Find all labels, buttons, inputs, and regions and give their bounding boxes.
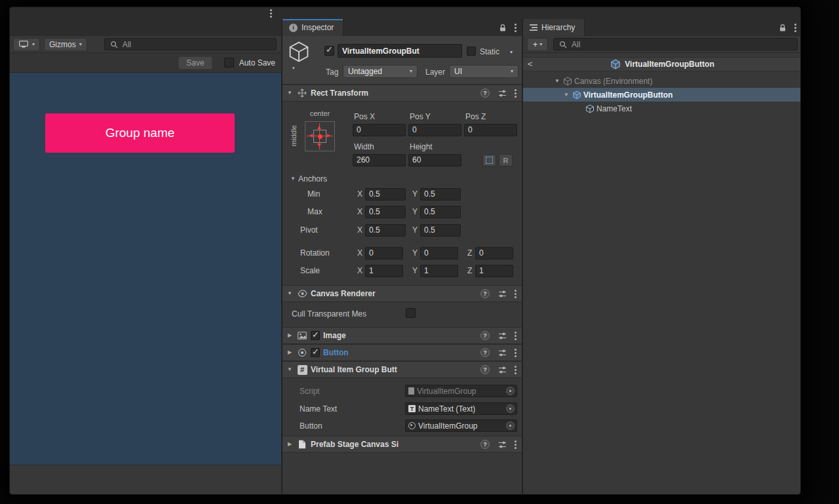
axis-z-label: Z bbox=[467, 248, 472, 258]
document-icon bbox=[297, 440, 307, 449]
prefab-cube-icon bbox=[572, 90, 581, 100]
component-menu-icon[interactable] bbox=[515, 335, 517, 337]
anchor-min-x-field[interactable]: 0.5 bbox=[365, 188, 406, 201]
foldout-closed-icon[interactable] bbox=[286, 350, 294, 355]
prefab-header-bar[interactable]: VirtualItemGroupButton bbox=[523, 57, 801, 71]
create-object-button[interactable]: + bbox=[527, 38, 548, 51]
presets-icon[interactable] bbox=[497, 290, 507, 298]
help-icon[interactable] bbox=[480, 440, 490, 449]
gameobject-name-field[interactable]: VirtualItemGroupBut bbox=[338, 44, 462, 58]
scene-viewport[interactable]: Group name bbox=[10, 73, 281, 465]
draw-mode-dropdown[interactable] bbox=[13, 38, 40, 51]
inspector-menu-icon[interactable] bbox=[515, 27, 517, 29]
foldout-open-icon[interactable] bbox=[286, 90, 294, 96]
anchor-preset-button[interactable] bbox=[305, 121, 335, 151]
cull-transparent-mesh-checkbox[interactable] bbox=[406, 308, 416, 318]
scale-y-field[interactable]: 1 bbox=[420, 265, 458, 277]
pos-z-field[interactable]: 0 bbox=[464, 124, 517, 136]
tree-item-virtualitemgroupbutton[interactable]: VirtualItemGroupButton bbox=[523, 88, 801, 102]
presets-icon[interactable] bbox=[497, 332, 507, 340]
rect-transform-icon bbox=[297, 88, 307, 98]
component-menu-icon[interactable] bbox=[515, 444, 517, 446]
foldout-open-icon[interactable] bbox=[286, 291, 294, 296]
script-object-field[interactable]: VirtualItemGroup bbox=[405, 385, 517, 397]
back-icon[interactable] bbox=[528, 59, 533, 69]
auto-save-checkbox[interactable] bbox=[224, 58, 234, 68]
rotation-y-field[interactable]: 0 bbox=[420, 247, 458, 260]
hierarchy-menu-icon[interactable] bbox=[794, 27, 796, 29]
help-icon[interactable] bbox=[480, 88, 490, 98]
name-text-object-field[interactable]: NameText (Text) bbox=[405, 402, 517, 415]
button-object-field[interactable]: VirtualItemGroup bbox=[405, 419, 517, 432]
lock-icon[interactable] bbox=[499, 24, 507, 32]
text-component-icon bbox=[408, 405, 416, 412]
foldout-open-icon[interactable] bbox=[553, 79, 561, 84]
component-menu-icon[interactable] bbox=[515, 293, 517, 295]
presets-icon[interactable] bbox=[497, 89, 507, 98]
presets-icon[interactable] bbox=[497, 349, 507, 357]
hierarchy-search-input[interactable]: All bbox=[553, 38, 798, 50]
pivot-x-field[interactable]: 0.5 bbox=[365, 224, 406, 237]
help-icon[interactable] bbox=[480, 289, 490, 298]
canvas-renderer-header[interactable]: Canvas Renderer bbox=[283, 285, 522, 302]
scene-search-input[interactable]: All bbox=[104, 38, 277, 50]
active-checkbox[interactable] bbox=[324, 46, 334, 56]
component-menu-icon[interactable] bbox=[515, 352, 517, 354]
image-enabled-checkbox[interactable] bbox=[311, 331, 320, 340]
tree-item-canvas-environment[interactable]: Canvas (Environment) bbox=[523, 74, 801, 88]
button-enabled-checkbox[interactable] bbox=[311, 348, 320, 357]
scale-x-field[interactable]: 1 bbox=[365, 265, 403, 277]
foldout-closed-icon[interactable] bbox=[286, 333, 294, 338]
anchor-max-y-field[interactable]: 0.5 bbox=[420, 206, 461, 218]
lock-icon[interactable] bbox=[779, 24, 787, 32]
tree-item-nametext[interactable]: NameText bbox=[523, 102, 801, 115]
pivot-y-field[interactable]: 0.5 bbox=[420, 224, 461, 237]
component-menu-icon[interactable] bbox=[515, 92, 517, 94]
static-dropdown-icon[interactable] bbox=[510, 50, 513, 55]
anchor-min-y-field[interactable]: 0.5 bbox=[420, 188, 461, 201]
width-label: Width bbox=[354, 142, 374, 151]
anchor-max-x-field[interactable]: 0.5 bbox=[365, 206, 406, 218]
search-icon bbox=[109, 41, 119, 48]
help-icon[interactable] bbox=[480, 348, 490, 357]
tag-dropdown[interactable]: Untagged bbox=[343, 65, 418, 78]
button-component-header[interactable]: Button bbox=[283, 344, 522, 361]
group-name-ui-button[interactable]: Group name bbox=[45, 113, 235, 153]
image-component-header[interactable]: Image bbox=[283, 327, 522, 344]
raw-edit-mode-button[interactable]: R bbox=[499, 154, 513, 166]
height-field[interactable]: 60 bbox=[408, 154, 461, 166]
icon-picker-chevron[interactable] bbox=[292, 66, 295, 70]
rect-transform-header[interactable]: Rect Transform bbox=[283, 85, 522, 102]
gizmos-dropdown[interactable]: Gizmos bbox=[44, 38, 87, 51]
layer-dropdown[interactable]: UI bbox=[449, 65, 518, 78]
presets-icon[interactable] bbox=[497, 366, 507, 374]
scene-pane-menu-icon[interactable] bbox=[270, 12, 272, 14]
component-menu-icon[interactable] bbox=[515, 369, 517, 371]
object-picker-icon[interactable] bbox=[506, 387, 515, 395]
foldout-closed-icon[interactable] bbox=[286, 442, 294, 447]
foldout-open-icon[interactable] bbox=[562, 92, 570, 98]
axis-y-label: Y bbox=[412, 266, 418, 275]
object-picker-icon[interactable] bbox=[506, 421, 515, 430]
prefab-stage-canvas-size-header[interactable]: Prefab Stage Canvas Si bbox=[283, 436, 522, 453]
chevron-down-icon bbox=[539, 42, 542, 47]
save-button[interactable]: Save bbox=[178, 56, 212, 69]
pos-x-field[interactable]: 0 bbox=[353, 124, 406, 136]
tab-inspector[interactable]: Inspector bbox=[283, 19, 343, 36]
blueprint-mode-button[interactable] bbox=[482, 154, 496, 166]
help-icon[interactable] bbox=[480, 331, 490, 340]
tab-hierarchy[interactable]: Hierarchy bbox=[523, 19, 585, 36]
rotation-z-field[interactable]: 0 bbox=[475, 247, 513, 260]
gameobject-icon[interactable] bbox=[288, 41, 310, 63]
anchors-foldout-icon[interactable] bbox=[289, 176, 297, 182]
object-picker-icon[interactable] bbox=[506, 404, 515, 413]
static-checkbox[interactable] bbox=[467, 47, 476, 56]
scale-z-field[interactable]: 1 bbox=[475, 265, 513, 277]
presets-icon[interactable] bbox=[497, 440, 507, 449]
pos-y-field[interactable]: 0 bbox=[408, 124, 461, 136]
help-icon[interactable] bbox=[480, 365, 490, 374]
foldout-open-icon[interactable] bbox=[286, 367, 294, 372]
rotation-x-field[interactable]: 0 bbox=[365, 247, 403, 260]
virtual-item-group-button-header[interactable]: Virtual Item Group Butt bbox=[283, 361, 522, 378]
width-field[interactable]: 260 bbox=[353, 154, 406, 166]
